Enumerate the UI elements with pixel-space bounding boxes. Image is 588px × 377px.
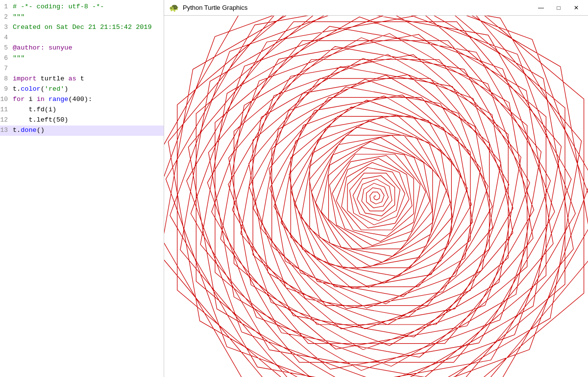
turtle-canvas <box>164 16 588 377</box>
code-line: 1# -*- coding: utf-8 -*- <box>0 2 164 12</box>
code-lines: 1# -*- coding: utf-8 -*-2"""3Created on … <box>0 0 164 138</box>
code-line: 11 t.fd(i) <box>0 105 164 115</box>
line-number: 13 <box>0 126 11 135</box>
code-line: 10for i in range(400): <box>0 95 164 105</box>
line-content: @author: sunyue <box>11 43 73 53</box>
code-line: 4 <box>0 33 164 43</box>
code-line: 12 t.left(50) <box>0 115 164 126</box>
code-line: 7 <box>0 64 164 74</box>
line-content: Created on Sat Dec 21 21:15:42 2019 <box>11 23 152 33</box>
line-number: 3 <box>0 23 11 32</box>
line-content: t.left(50) <box>11 115 68 126</box>
code-editor: 1# -*- coding: utf-8 -*-2"""3Created on … <box>0 0 164 377</box>
turtle-drawing <box>164 16 588 377</box>
line-number: 6 <box>0 53 11 63</box>
line-content: t.color('red') <box>11 84 68 95</box>
line-number: 1 <box>0 2 11 12</box>
line-content: """ <box>11 53 24 64</box>
line-number: 7 <box>0 64 11 74</box>
line-number: 9 <box>0 84 11 94</box>
minimize-button[interactable]: — <box>534 3 548 13</box>
code-line: 3Created on Sat Dec 21 21:15:42 2019 <box>0 23 164 33</box>
code-line: 13t.done() <box>0 126 164 136</box>
spiral-path <box>164 16 588 377</box>
turtle-titlebar: 🐢 Python Turtle Graphics — □ ✕ <box>164 0 588 16</box>
code-line: 5@author: sunyue <box>0 43 164 53</box>
code-line: 6""" <box>0 53 164 64</box>
line-number: 8 <box>0 74 11 84</box>
turtle-title: Python Turtle Graphics <box>183 4 530 11</box>
code-line: 9t.color('red') <box>0 84 164 95</box>
close-button[interactable]: ✕ <box>569 3 583 13</box>
line-content: import turtle as t <box>11 74 84 84</box>
line-number: 10 <box>0 95 11 104</box>
line-number: 2 <box>0 12 11 22</box>
turtle-window: 🐢 Python Turtle Graphics — □ ✕ <box>164 0 588 377</box>
line-number: 11 <box>0 105 11 115</box>
turtle-icon: 🐢 <box>169 3 179 13</box>
line-content: t.done() <box>11 126 45 136</box>
line-content: t.fd(i) <box>11 105 56 115</box>
code-line: 8import turtle as t <box>0 74 164 84</box>
line-content: for i in range(400): <box>11 95 92 105</box>
line-content: """ <box>11 12 24 23</box>
line-number: 4 <box>0 33 11 43</box>
maximize-button[interactable]: □ <box>552 3 565 13</box>
line-number: 12 <box>0 115 11 125</box>
code-line: 2""" <box>0 12 164 23</box>
line-content: # -*- coding: utf-8 -*- <box>11 2 104 12</box>
line-number: 5 <box>0 43 11 53</box>
